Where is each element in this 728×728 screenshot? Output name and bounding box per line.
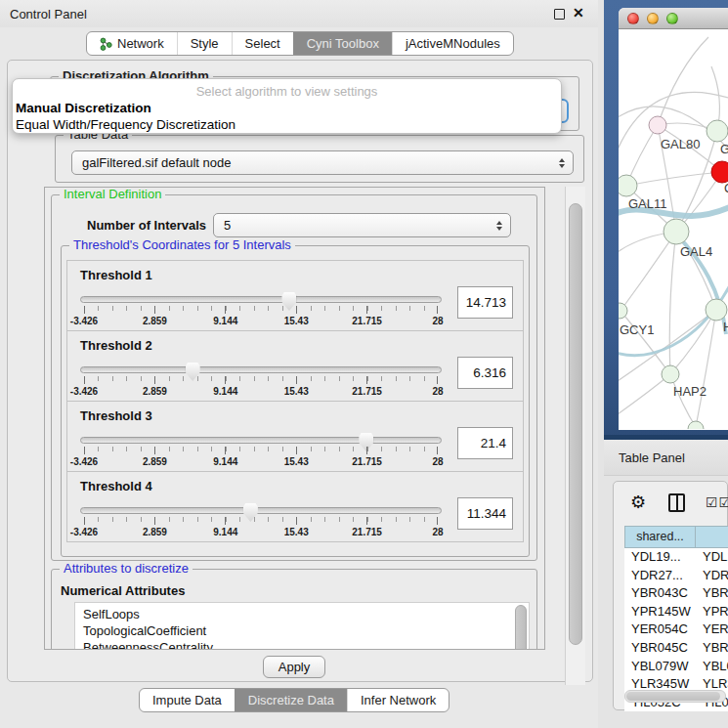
node-selected-red[interactable] bbox=[711, 161, 728, 183]
list-scrollbar[interactable] bbox=[515, 605, 527, 650]
menu-item-equal-width-frequency[interactable]: Equal Width/Frequency Discretization bbox=[16, 117, 236, 132]
numerical-attributes-list[interactable]: SelfLoops TopologicalCoefficient Between… bbox=[74, 602, 530, 650]
slider-track[interactable] bbox=[80, 507, 442, 514]
columns-icon[interactable] bbox=[668, 493, 685, 512]
node-label-partial-c: C bbox=[724, 181, 728, 195]
table-row[interactable]: YBL079WYBL0 bbox=[624, 658, 728, 676]
list-item[interactable]: BetweennessCentrality bbox=[83, 639, 529, 650]
tab-impute-data[interactable]: Impute Data bbox=[140, 689, 235, 711]
minimize-traffic-light-icon[interactable] bbox=[647, 13, 659, 24]
node-partial-right[interactable] bbox=[706, 299, 727, 321]
threshold-1-label: Threshold 1 bbox=[80, 268, 513, 282]
thresholds-group: Threshold's Coordinates for 5 Intervals … bbox=[61, 245, 530, 557]
cell[interactable]: YER054C bbox=[624, 621, 696, 639]
table-row[interactable]: YDL19...YDL1 bbox=[624, 548, 728, 567]
node-partial-bottom[interactable] bbox=[688, 421, 704, 429]
table-row[interactable]: YER054CYER0 bbox=[624, 621, 728, 639]
node-gal11[interactable] bbox=[619, 175, 637, 196]
scrollbar-thumb[interactable] bbox=[626, 692, 720, 701]
tab-network[interactable]: Network bbox=[87, 32, 177, 55]
cell[interactable]: YDR27... bbox=[624, 567, 696, 585]
cell[interactable]: YBL0 bbox=[696, 658, 728, 676]
network-view-frame: GAL80 G C GAL11 GAL4 GCY1 H HAP2 bbox=[604, 0, 728, 440]
threshold-3-slider[interactable]: -3.426 2.859 9.144 15.43 21.715 28 bbox=[80, 432, 442, 471]
scale-tick-label: 9.144 bbox=[213, 527, 237, 537]
slider-track[interactable] bbox=[80, 366, 442, 373]
close-icon[interactable]: ✕ bbox=[573, 5, 584, 21]
node-partial-top-right[interactable] bbox=[707, 120, 728, 142]
algorithm-prompt: Select algorithm to view settings bbox=[13, 84, 561, 99]
number-of-intervals-spinner[interactable]: 5 bbox=[213, 213, 511, 237]
list-item[interactable]: SelfLoops bbox=[83, 606, 529, 622]
cell[interactable]: YBR0 bbox=[696, 639, 728, 658]
scale-tick-label: 28 bbox=[432, 527, 443, 537]
slider-scale: -3.426 2.859 9.144 15.43 21.715 28 bbox=[84, 456, 438, 468]
table-data-group: Table Data galFiltered.sif default node bbox=[55, 135, 584, 183]
interval-definition-group: Interval Definition Number of Intervals … bbox=[51, 194, 537, 561]
cell[interactable]: YBR045C bbox=[624, 639, 696, 658]
threshold-2-value-field[interactable]: 6.316 bbox=[457, 357, 513, 389]
threshold-2-label: Threshold 2 bbox=[80, 338, 513, 353]
threshold-4-slider[interactable]: -3.426 2.859 9.144 15.43 21.715 28 bbox=[80, 502, 442, 541]
table-row[interactable]: YPR145WYPR1 bbox=[624, 603, 728, 621]
node-gcy1[interactable] bbox=[619, 303, 627, 319]
tab-infer-network-label: Infer Network bbox=[361, 693, 436, 707]
column-header-name[interactable]: n bbox=[696, 526, 728, 548]
threshold-1-value-field[interactable]: 14.713 bbox=[457, 286, 513, 319]
tab-network-label: Network bbox=[117, 36, 164, 51]
tab-jactivemnodules[interactable]: jActiveMNodules bbox=[392, 32, 513, 55]
network-window-titlebar[interactable] bbox=[619, 8, 728, 29]
list-item[interactable]: TopologicalCoefficient bbox=[83, 622, 529, 639]
table-panel-title: Table Panel bbox=[619, 450, 685, 465]
column-header-shared-name[interactable]: shared... bbox=[624, 526, 696, 548]
table-row[interactable]: YBR043CYBR0 bbox=[624, 584, 728, 603]
slider-track[interactable] bbox=[80, 296, 442, 303]
cell[interactable]: YER0 bbox=[696, 621, 728, 639]
tab-discretize-data[interactable]: Discretize Data bbox=[235, 689, 347, 711]
tab-impute-data-label: Impute Data bbox=[152, 693, 222, 707]
node-gal80[interactable] bbox=[649, 116, 666, 134]
scale-tick-label: 2.859 bbox=[143, 316, 167, 326]
threshold-1-slider[interactable]: -3.426 2.859 9.144 15.43 21.715 28 bbox=[80, 291, 442, 330]
slider-track[interactable] bbox=[80, 437, 442, 444]
cell[interactable]: YPR1 bbox=[696, 603, 728, 621]
threshold-3-value-field[interactable]: 21.4 bbox=[457, 427, 513, 459]
tab-cyni-toolbox-label: Cyni Toolbox bbox=[307, 36, 379, 51]
node-gal4[interactable] bbox=[664, 219, 689, 244]
table-horizontal-scrollbar[interactable] bbox=[624, 690, 726, 703]
node-label-partial-h: H bbox=[723, 320, 728, 334]
cell[interactable]: YDL1 bbox=[696, 548, 728, 567]
threshold-row-4: Threshold 4 -3.426 2.859 9.144 bbox=[66, 471, 524, 542]
threshold-4-value-field[interactable]: 11.344 bbox=[457, 497, 513, 530]
checkbox-icons[interactable]: ☑☑ bbox=[706, 494, 728, 510]
tab-select[interactable]: Select bbox=[232, 32, 293, 55]
threshold-2-slider[interactable]: -3.426 2.859 9.144 15.43 21.715 28 bbox=[80, 362, 442, 401]
tab-style[interactable]: Style bbox=[177, 32, 232, 55]
scale-tick-label: 28 bbox=[432, 386, 443, 397]
slider-scale: -3.426 2.859 9.144 15.43 21.715 28 bbox=[84, 527, 438, 538]
tab-infer-network[interactable]: Infer Network bbox=[347, 689, 449, 711]
gear-icon[interactable]: ⚙ bbox=[630, 492, 646, 512]
cell[interactable]: YBR043C bbox=[624, 584, 696, 603]
menu-item-manual-discretization[interactable]: Manual Discretization bbox=[16, 101, 151, 115]
tab-cyni-toolbox[interactable]: Cyni Toolbox bbox=[293, 32, 392, 55]
cell[interactable]: YBL079W bbox=[624, 658, 696, 676]
table-row[interactable]: YDR27...YDR2 bbox=[624, 567, 728, 585]
settings-scrollbar[interactable] bbox=[565, 187, 585, 685]
table-data-combobox[interactable]: galFiltered.sif default node bbox=[71, 150, 574, 175]
cell[interactable]: YDR2 bbox=[696, 567, 728, 585]
scrollbar-thumb[interactable] bbox=[569, 203, 582, 645]
table-row[interactable]: YBR045CYBR0 bbox=[624, 639, 728, 658]
tab-select-label: Select bbox=[245, 36, 280, 51]
slider-ticks bbox=[84, 447, 438, 454]
cell[interactable]: YPR145W bbox=[624, 603, 696, 621]
close-traffic-light-icon[interactable] bbox=[627, 13, 639, 24]
node-hap2[interactable] bbox=[662, 365, 679, 383]
network-canvas[interactable]: GAL80 G C GAL11 GAL4 GCY1 H HAP2 bbox=[619, 29, 728, 429]
cell[interactable]: YBR0 bbox=[696, 584, 728, 603]
apply-button[interactable]: Apply bbox=[263, 656, 325, 678]
float-window-icon[interactable] bbox=[554, 9, 565, 20]
cell[interactable]: YDL19... bbox=[624, 548, 696, 567]
scale-tick-label: 21.715 bbox=[352, 316, 382, 326]
zoom-traffic-light-icon[interactable] bbox=[666, 13, 678, 24]
